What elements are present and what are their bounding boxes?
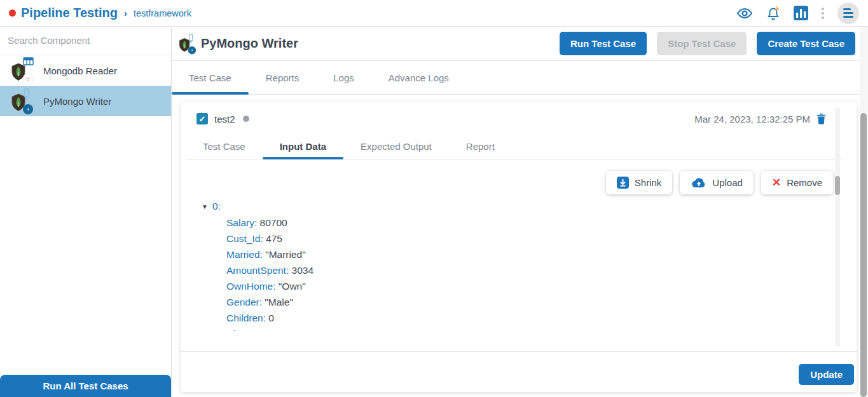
breadcrumb-item[interactable]: testframework <box>134 8 191 18</box>
window-scrollbar-thumb[interactable] <box>860 113 867 397</box>
json-field-row: Married: "Married" <box>226 246 831 262</box>
component-sidebar: ☆ ◖ Mongodb Reader ☆ ◖ PyMongo Writer <box>0 27 172 397</box>
json-tree: ▼0: Salary: 80700Cust_Id: 475Married: "M… <box>202 198 831 331</box>
json-field-row: OwnHome: "Own" <box>226 278 831 294</box>
card-scrollbar <box>835 107 840 347</box>
json-value: "NA" <box>263 328 284 331</box>
app-window: Pipeline Testing › testframework <box>0 0 868 397</box>
mongodb-component-icon: ☆ ◖ <box>10 88 36 114</box>
component-name: Mongodb Reader <box>43 65 117 76</box>
json-key: Married <box>226 249 260 260</box>
test-case-name: test2 <box>214 114 235 124</box>
top-bar: Pipeline Testing › testframework <box>0 0 868 27</box>
json-key: Gender <box>226 297 259 307</box>
upload-label: Upload <box>712 177 743 188</box>
upload-cloud-icon <box>691 177 706 189</box>
json-key: Cust_Id <box>226 233 260 244</box>
more-vertical-icon[interactable] <box>820 8 825 19</box>
test-case-actions: Run Test Case Stop Test Case Create Test… <box>560 32 855 55</box>
test-case-tab-bar: Test Case Input Data Expected Output Rep… <box>186 134 841 159</box>
json-field-row: AmountSpent: 3034 <box>226 262 831 278</box>
json-field-row: Cust_Id: 475 <box>226 231 831 246</box>
remove-label: Remove <box>787 177 822 188</box>
test-case-tab[interactable]: Input Data <box>263 134 343 159</box>
create-test-case-button[interactable]: Create Test Case <box>757 32 855 55</box>
breadcrumb[interactable]: Pipeline Testing › testframework <box>9 6 191 20</box>
topbar-icons <box>736 3 859 24</box>
test-case-header-row: ✓ test2 Mar 24, 2023, 12:32:25 PM <box>181 102 857 125</box>
star-badge-icon: ☆ <box>23 74 33 84</box>
card-scrollbar-thumb[interactable] <box>835 176 840 195</box>
caret-down-icon: ▼ <box>202 203 208 210</box>
shrink-icon <box>617 177 629 189</box>
main-header: ◖ PyMongo Writer Run Test Case Stop Test… <box>172 27 868 61</box>
main-tab[interactable]: Logs <box>316 61 371 94</box>
json-value: 0 <box>268 313 274 323</box>
test-case-tab[interactable]: Expected Output <box>343 134 449 159</box>
table-icon <box>23 57 34 66</box>
shrink-label: Shrink <box>635 177 662 188</box>
chevron-right-icon: › <box>124 8 127 18</box>
json-value: 80700 <box>260 217 287 228</box>
json-key: OwnHome <box>226 281 273 292</box>
fish-badge-icon: ◖ <box>23 104 33 114</box>
mongodb-component-icon: ☆ ◖ <box>10 57 36 84</box>
json-node-label: 0: <box>212 201 221 212</box>
notification-bell-icon[interactable] <box>765 5 782 22</box>
search-input[interactable] <box>8 35 163 46</box>
test-status-dot-icon <box>243 116 249 122</box>
tab-label: Test Case <box>203 141 245 152</box>
card-footer: Update <box>181 351 857 392</box>
component-name: PyMongo Writer <box>43 96 111 107</box>
tab-label: Expected Output <box>361 141 432 152</box>
main-panel: ◖ PyMongo Writer Run Test Case Stop Test… <box>172 27 868 397</box>
test-case-checkbox[interactable]: ✓ <box>196 113 208 124</box>
test-case-tab[interactable]: Report <box>449 134 512 159</box>
run-test-case-button[interactable]: Run Test Case <box>560 32 647 55</box>
test-case-timestamp: Mar 24, 2023, 12:32:25 PM <box>694 114 810 124</box>
json-value: 475 <box>266 233 282 244</box>
remove-button[interactable]: ✕ Remove <box>761 171 833 194</box>
json-field-row: Gender: "Male" <box>226 294 831 310</box>
json-value: "Male" <box>265 297 293 307</box>
tab-label: Advance Logs <box>389 72 449 83</box>
tab-label: Reports <box>266 72 300 83</box>
main-tab[interactable]: Reports <box>249 61 317 94</box>
run-all-test-cases-button[interactable]: Run All Test Cases <box>0 375 171 397</box>
tab-label: Test Case <box>189 72 231 83</box>
json-field-row: Children: 0 <box>226 310 831 326</box>
update-button[interactable]: Update <box>799 364 854 385</box>
main-tab[interactable]: Advance Logs <box>371 61 466 94</box>
stop-test-case-button[interactable]: Stop Test Case <box>657 32 747 55</box>
remove-x-icon: ✕ <box>772 177 781 188</box>
tab-label: Input Data <box>280 141 326 152</box>
json-field-row: History: "NA" <box>226 326 831 331</box>
upload-button[interactable]: Upload <box>680 171 754 194</box>
json-key: Children <box>226 313 263 323</box>
eye-icon[interactable] <box>736 6 753 20</box>
input-data-toolbar: Shrink Upload ✕ Remove <box>181 171 833 194</box>
json-value: 3034 <box>292 265 313 276</box>
app-title[interactable]: Pipeline Testing <box>21 6 118 20</box>
search-box <box>0 27 171 55</box>
input-data-viewport[interactable]: ▼0: Salary: 80700Cust_Id: 475Married: "M… <box>202 198 831 331</box>
sidebar-component-item[interactable]: ☆ ◖ Mongodb Reader <box>0 55 171 86</box>
test-case-tab[interactable]: Test Case <box>186 134 263 159</box>
sidebar-component-item[interactable]: ☆ ◖ PyMongo Writer <box>0 86 171 116</box>
json-field-row: Salary: 80700 <box>226 215 831 231</box>
json-fields: Salary: 80700Cust_Id: 475Married: "Marri… <box>226 215 831 331</box>
main-tab-bar: Test Case Reports Logs Advance Logs <box>172 61 868 95</box>
pen-icon <box>188 33 194 44</box>
shrink-button[interactable]: Shrink <box>606 171 673 194</box>
json-node-toggle[interactable]: ▼0: <box>202 198 831 215</box>
menu-list-icon[interactable] <box>837 3 859 24</box>
json-key: AmountSpent <box>226 265 286 276</box>
delete-test-case-icon[interactable] <box>815 112 827 125</box>
record-dot-icon <box>9 10 16 17</box>
main-tab[interactable]: Test Case <box>172 61 249 94</box>
pymongo-writer-icon: ◖ <box>178 33 198 54</box>
window-scrollbar <box>860 27 868 397</box>
json-key: History <box>226 328 257 331</box>
analytics-icon[interactable] <box>794 6 808 20</box>
tab-label: Report <box>466 141 495 152</box>
